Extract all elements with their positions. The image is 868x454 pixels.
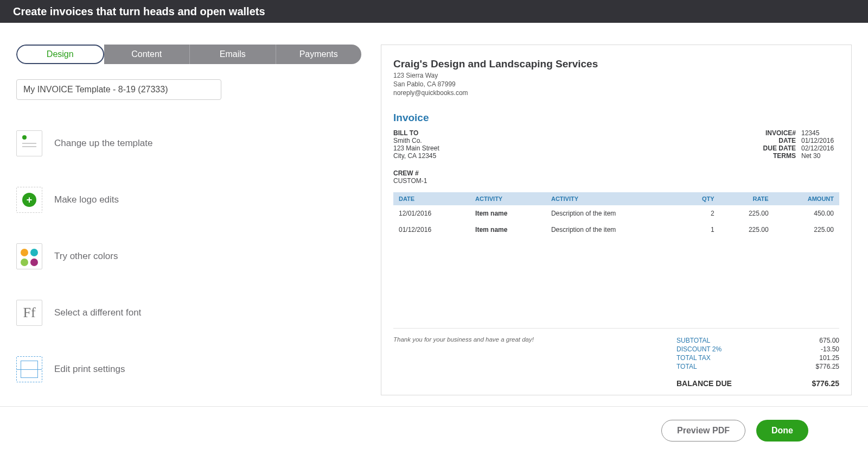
company-name: Craig's Design and Landscaping Services <box>393 58 839 70</box>
crew-block: CREW # CUSTOM-1 <box>393 169 839 185</box>
table-row: 01/12/2016 Item name Description of the … <box>393 222 839 238</box>
meta-terms: Net 30 <box>801 152 839 160</box>
table-row: 12/01/2016 Item name Description of the … <box>393 205 839 222</box>
cell-amount: 450.00 <box>774 205 839 222</box>
balance-label: BALANCE DUE <box>676 379 732 388</box>
tab-emails[interactable]: Emails <box>190 45 276 64</box>
cell-rate: 225.00 <box>720 205 774 222</box>
done-button[interactable]: Done <box>756 420 808 442</box>
bill-to-addr1: 123 Main Street <box>393 144 439 152</box>
option-change-template[interactable]: Change up the template <box>16 130 361 156</box>
option-label: Change up the template <box>54 138 152 149</box>
tab-bar: Design Content Emails Payments <box>16 45 361 64</box>
company-addr1: 123 Sierra Way <box>393 71 839 80</box>
total-value: $776.25 <box>816 363 839 370</box>
option-label: Make logo edits <box>54 194 119 205</box>
invoice-meta: INVOICE#12345 DATE01/12/2016 DUE DATE02/… <box>752 129 839 160</box>
crew-label: CREW # <box>393 169 839 177</box>
left-panel: Design Content Emails Payments Change up… <box>16 45 361 395</box>
meta-date: 01/12/2016 <box>801 137 839 144</box>
template-name-input[interactable] <box>16 79 221 100</box>
page-title: Create invoices that turn heads and open… <box>13 5 265 18</box>
company-email: noreply@quickbooks.com <box>393 89 839 97</box>
discount-label: DISCOUNT 2% <box>676 345 722 353</box>
cell-activity: Item name <box>470 222 546 238</box>
main-content: Design Content Emails Payments Change up… <box>0 23 868 395</box>
subtotal-value: 675.00 <box>819 337 839 344</box>
cell-desc: Description of the item <box>546 222 679 238</box>
meta-date-label: DATE <box>752 137 796 144</box>
meta-due: 02/12/2016 <box>801 144 839 152</box>
template-icon <box>16 130 42 156</box>
meta-due-label: DUE DATE <box>752 144 796 152</box>
option-label: Edit print settings <box>54 364 125 375</box>
meta-invoice-no-label: INVOICE# <box>752 129 796 137</box>
cell-activity: Item name <box>470 205 546 222</box>
subtotal-label: SUBTOTAL <box>676 337 710 344</box>
thank-you-message: Thank you for your business and have a g… <box>393 336 676 388</box>
cell-desc: Description of the item <box>546 205 679 222</box>
line-items-table: DATE ACTIVITY ACTIVITY QTY RATE AMOUNT 1… <box>393 192 839 238</box>
invoice-preview: Craig's Design and Landscaping Services … <box>381 45 852 395</box>
meta-invoice-no: 12345 <box>801 129 839 137</box>
cell-qty: 2 <box>679 205 720 222</box>
plus-icon: + <box>22 193 36 207</box>
company-addr2: San Pablo, CA 87999 <box>393 80 839 89</box>
totals-area: Thank you for your business and have a g… <box>393 328 839 388</box>
header-bar: Create invoices that turn heads and open… <box>0 0 868 23</box>
col-description: ACTIVITY <box>546 192 679 205</box>
print-margins-icon <box>16 356 42 382</box>
totals-block: SUBTOTAL675.00 DISCOUNT 2%-13.50 TOTAL T… <box>676 336 839 388</box>
option-print-settings[interactable]: Edit print settings <box>16 356 361 382</box>
cell-date: 01/12/2016 <box>393 222 470 238</box>
tax-value: 101.25 <box>819 354 839 362</box>
tab-content[interactable]: Content <box>104 45 190 64</box>
col-qty: QTY <box>679 192 720 205</box>
tab-payments[interactable]: Payments <box>276 45 362 64</box>
preview-pdf-button[interactable]: Preview PDF <box>661 420 745 442</box>
balance-value: $776.25 <box>812 379 839 388</box>
font-icon: Ff <box>16 300 42 326</box>
col-amount: AMOUNT <box>774 192 839 205</box>
option-select-font[interactable]: Ff Select a different font <box>16 300 361 326</box>
cell-rate: 225.00 <box>720 222 774 238</box>
info-row: BILL TO Smith Co. 123 Main Street City, … <box>393 129 839 160</box>
document-title: Invoice <box>393 112 839 124</box>
cell-amount: 225.00 <box>774 222 839 238</box>
option-label: Select a different font <box>54 307 141 318</box>
design-options: Change up the template + Make logo edits… <box>16 130 361 382</box>
bill-to-label: BILL TO <box>393 129 439 137</box>
discount-value: -13.50 <box>821 345 839 353</box>
bill-to-name: Smith Co. <box>393 137 439 144</box>
total-label: TOTAL <box>676 363 697 370</box>
col-activity: ACTIVITY <box>470 192 546 205</box>
tax-label: TOTAL TAX <box>676 354 711 362</box>
footer-bar: Preview PDF Done <box>0 406 868 454</box>
tab-design[interactable]: Design <box>16 45 104 64</box>
option-label: Try other colors <box>54 251 118 262</box>
logo-add-icon: + <box>16 187 42 213</box>
bill-to-block: BILL TO Smith Co. 123 Main Street City, … <box>393 129 439 160</box>
option-try-colors[interactable]: Try other colors <box>16 243 361 269</box>
option-logo-edits[interactable]: + Make logo edits <box>16 187 361 213</box>
colors-icon <box>16 243 42 269</box>
crew-value: CUSTOM-1 <box>393 177 839 185</box>
meta-terms-label: TERMS <box>752 152 796 160</box>
bill-to-addr2: City, CA 12345 <box>393 152 439 160</box>
cell-date: 12/01/2016 <box>393 205 470 222</box>
col-date: DATE <box>393 192 470 205</box>
cell-qty: 1 <box>679 222 720 238</box>
col-rate: RATE <box>720 192 774 205</box>
